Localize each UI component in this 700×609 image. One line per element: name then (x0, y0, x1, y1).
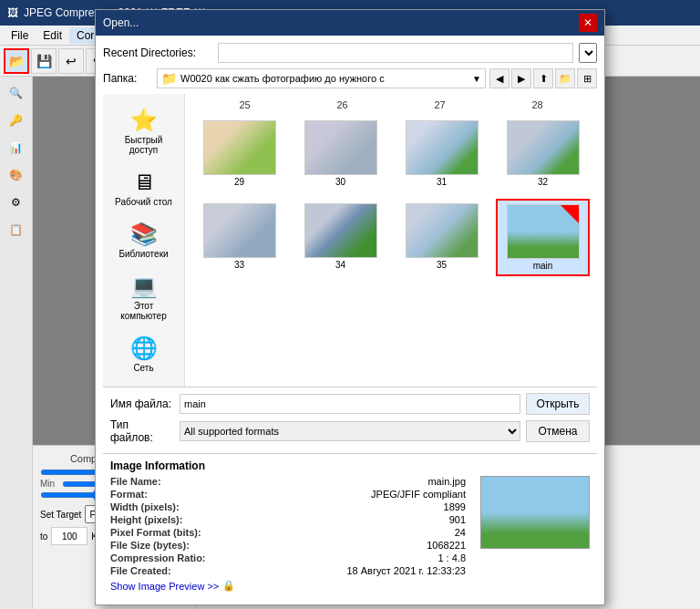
info-row-filename: File Name: main.jpg (110, 476, 466, 487)
info-label-width: Width (pixels): (110, 501, 180, 512)
info-label-format: Format: (110, 489, 148, 500)
info-row-compression: Compression Ratio: 1 : 4.8 (110, 552, 466, 563)
file-name-35: 35 (437, 260, 447, 270)
file-thumb-35 (406, 203, 479, 258)
nav-network[interactable]: 🌐 Сеть (107, 329, 180, 379)
filetype-row: Тип файлов: All supported formats Отмена (110, 418, 590, 444)
file-item-31[interactable]: 31 (395, 116, 489, 191)
network-label: Сеть (133, 363, 153, 373)
info-value-width: 1899 (444, 501, 466, 512)
file-thumb-33 (203, 203, 276, 258)
file-browser[interactable]: 25 26 27 28 29 (185, 94, 597, 387)
folder-icon: 📁 (161, 71, 177, 86)
info-row-width: Width (pixels): 1899 (110, 501, 466, 512)
file-item-34[interactable]: 34 (293, 199, 387, 276)
file-item-main[interactable]: main (496, 199, 590, 276)
info-value-filesize: 1068221 (427, 540, 466, 551)
col-26: 26 (293, 99, 391, 110)
info-grid: File Name: main.jpg Format: JPEG/JFIF co… (110, 476, 590, 592)
image-preview-thumbnail (480, 476, 590, 549)
filetype-select[interactable]: All supported formats (180, 421, 520, 441)
file-name-29: 29 (234, 177, 244, 187)
libraries-icon: 📚 (130, 222, 158, 247)
selected-indicator (561, 205, 579, 223)
nav-view-button[interactable]: ⊞ (577, 68, 597, 88)
folder-path: W0020 как сжать фотографию до нужного с (180, 73, 385, 84)
open-dialog: Open... ✕ Recent Directories: Папка: 📁 (95, 9, 605, 605)
folder-row: Папка: 📁 W0020 как сжать фотографию до н… (103, 68, 597, 88)
file-item-32[interactable]: 32 (496, 116, 590, 191)
info-row-pixel-format: Pixel Format (bits): 24 (110, 527, 466, 538)
info-value-compression: 1 : 4.8 (438, 552, 466, 563)
computer-label: Этот компьютер (111, 301, 176, 321)
open-action-button[interactable]: Открыть (526, 393, 590, 415)
file-name-34: 34 (335, 260, 345, 270)
file-item-29[interactable]: 29 (192, 116, 286, 191)
recent-directories-row: Recent Directories: (103, 43, 597, 63)
recent-label: Recent Directories: (103, 46, 212, 59)
dialog-titlebar: Open... ✕ (96, 10, 604, 36)
folder-dropdown-arrow: ▼ (472, 74, 481, 84)
file-thumb-main (507, 204, 580, 259)
info-label-filename: File Name: (110, 476, 161, 487)
file-item-35[interactable]: 35 (395, 199, 489, 276)
recent-input[interactable] (218, 43, 573, 63)
file-name-30: 30 (335, 177, 345, 187)
info-label-pixel-format: Pixel Format (bits): (110, 527, 201, 538)
show-preview-text: Show Image Preview >> (110, 581, 219, 592)
info-label-filesize: File Size (bytes): (110, 540, 190, 551)
grid-header: 25 26 27 28 (189, 98, 593, 112)
filename-row: Имя файла: Открыть (110, 393, 590, 415)
libraries-label: Библиотеки (118, 249, 168, 259)
nav-desktop[interactable]: 🖥 Рабочий стол (107, 163, 180, 213)
desktop-icon: 🖥 (133, 170, 155, 195)
nav-up-button[interactable]: ⬆ (533, 68, 553, 88)
info-row-height: Height (pixels): 901 (110, 514, 466, 525)
info-fields: File Name: main.jpg Format: JPEG/JFIF co… (110, 476, 466, 592)
filename-input[interactable] (180, 394, 520, 414)
left-nav-panel: ⭐ Быстрый доступ 🖥 Рабочий стол 📚 Библио… (103, 94, 185, 387)
file-thumb-30 (304, 120, 377, 175)
file-thumb-31 (406, 120, 479, 175)
computer-icon: 💻 (130, 274, 158, 299)
info-value-filename: main.jpg (427, 476, 466, 487)
nav-forward-button[interactable]: ▶ (511, 68, 531, 88)
nav-quick-access[interactable]: ⭐ Быстрый доступ (107, 101, 180, 161)
dialog-title: Open... (103, 16, 139, 29)
file-thumb-29 (203, 120, 276, 175)
info-row-filesize: File Size (bytes): 1068221 (110, 540, 466, 551)
file-name-32: 32 (538, 177, 548, 187)
file-name-33: 33 (234, 260, 244, 270)
filetype-label: Тип файлов: (110, 418, 174, 444)
recent-dropdown[interactable] (579, 43, 597, 63)
info-value-created: 18 Август 2021 г. 12:33:23 (346, 565, 466, 576)
info-label-compression: Compression Ratio: (110, 552, 206, 563)
desktop-label: Рабочий стол (115, 197, 172, 207)
preview-lock-icon: 🔒 (222, 580, 235, 592)
cancel-action-button[interactable]: Отмена (526, 420, 590, 442)
dialog-bottom: Имя файла: Открыть Тип файлов: All suppo… (103, 387, 597, 453)
nav-new-folder-button[interactable]: 📁 (555, 68, 575, 88)
folder-label: Папка: (103, 72, 153, 85)
nav-back-button[interactable]: ◀ (489, 68, 510, 88)
quick-access-icon: ⭐ (130, 108, 158, 133)
dialog-content: ⭐ Быстрый доступ 🖥 Рабочий стол 📚 Библио… (103, 94, 597, 387)
info-row-created: File Created: 18 Август 2021 г. 12:33:23 (110, 565, 466, 576)
app-window: 🖼 JPEG Compressor 2021 *** FREE *** File… (0, 0, 700, 609)
file-item-33[interactable]: 33 (192, 199, 286, 276)
file-grid-row1: 29 30 31 32 (189, 112, 593, 195)
show-preview-row[interactable]: Show Image Preview >> 🔒 (110, 580, 466, 592)
info-row-format: Format: JPEG/JFIF compliant (110, 489, 466, 500)
nav-buttons: ◀ ▶ ⬆ 📁 ⊞ (489, 68, 597, 88)
info-label-created: File Created: (110, 565, 171, 576)
col-25: 25 (196, 99, 293, 110)
folder-combo[interactable]: 📁 W0020 как сжать фотографию до нужного … (157, 68, 486, 88)
nav-libraries[interactable]: 📚 Библиотеки (107, 215, 180, 265)
info-label-height: Height (pixels): (110, 514, 182, 525)
nav-computer[interactable]: 💻 Этот компьютер (107, 267, 180, 327)
filename-label: Имя файла: (110, 397, 174, 410)
dialog-close-button[interactable]: ✕ (579, 14, 597, 32)
file-thumb-34 (304, 203, 377, 258)
file-item-30[interactable]: 30 (293, 116, 387, 191)
info-value-height: 901 (449, 514, 466, 525)
